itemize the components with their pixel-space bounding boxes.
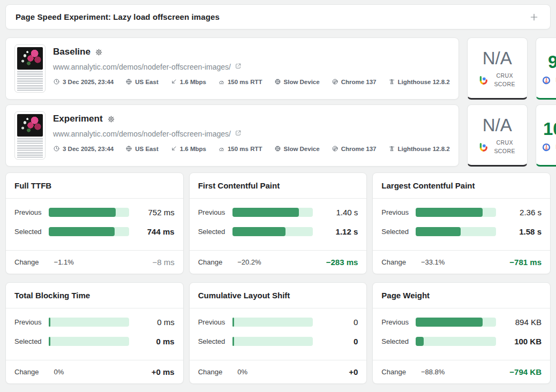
previous-row: Previous 0 bbox=[198, 318, 358, 327]
rtt-icon bbox=[218, 145, 225, 152]
run-settings-button[interactable] bbox=[95, 48, 103, 56]
run-settings-button[interactable] bbox=[107, 115, 115, 123]
previous-row: Previous 0 ms bbox=[14, 318, 175, 327]
selected-value: 744 ms bbox=[147, 227, 175, 236]
crux-logo-icon bbox=[478, 142, 489, 153]
bandwidth-icon bbox=[170, 145, 177, 152]
meta-browser: Chrome 137 bbox=[332, 78, 377, 85]
previous-bar bbox=[416, 318, 496, 327]
external-link-icon[interactable] bbox=[235, 129, 242, 139]
run-url-link[interactable]: www.annalytic.com/demos/nodefer-offscree… bbox=[53, 63, 231, 71]
clock-icon bbox=[53, 145, 60, 152]
change-percent: −33.1% bbox=[421, 258, 445, 266]
lab-score-card: 98% LAB SCORE bbox=[536, 37, 556, 100]
selected-bar bbox=[49, 227, 129, 236]
thumbnail-text-lines bbox=[17, 85, 43, 91]
run-card-experiment: Experiment www.annalytic.com/demos/nodef… bbox=[5, 104, 459, 167]
meta-date: 3 Dec 2025, 23:44 bbox=[53, 78, 114, 85]
previous-bar-fill bbox=[232, 318, 234, 327]
previous-bar-fill bbox=[49, 208, 116, 217]
metric-card-first-contentful-paint: First Contentful Paint Previous 1.40 s S… bbox=[189, 172, 367, 274]
change-percent: −88.8% bbox=[421, 368, 445, 376]
selected-bar bbox=[232, 227, 313, 236]
meta-device: Slow Device bbox=[274, 78, 320, 85]
previous-bar bbox=[416, 208, 496, 217]
run-info: Experiment www.annalytic.com/demos/nodef… bbox=[53, 111, 450, 160]
crux-score-card: N/A CRUX SCORE bbox=[467, 37, 528, 100]
meta-bandwidth: 1.6 Mbps bbox=[170, 145, 206, 152]
change-delta: −283 ms bbox=[326, 258, 358, 267]
selected-bar-fill bbox=[49, 337, 50, 346]
previous-row: Previous 1.40 s bbox=[198, 208, 358, 217]
selected-bar bbox=[232, 337, 313, 346]
change-percent: −1.1% bbox=[54, 258, 74, 266]
metric-title: First Contentful Paint bbox=[198, 181, 280, 190]
device-icon bbox=[274, 78, 281, 85]
meta-lighthouse: Lighthouse 12.8.2 bbox=[388, 78, 450, 85]
metric-title: Largest Contentful Paint bbox=[381, 181, 475, 190]
meta-device: Slow Device bbox=[274, 145, 320, 152]
clock-icon bbox=[53, 78, 60, 85]
selected-bar bbox=[416, 227, 496, 236]
run-title: Experiment bbox=[53, 114, 103, 124]
previous-value: 1.40 s bbox=[336, 208, 358, 217]
run-row-baseline: Baseline www.annalytic.com/demos/nodefer… bbox=[5, 37, 551, 99]
lab-logo-icon bbox=[542, 76, 551, 85]
metric-card-cumulative-layout-shift: Cumulative Layout Shift Previous 0 Selec… bbox=[189, 282, 367, 384]
selected-bar-fill bbox=[232, 227, 285, 236]
metric-title: Full TTFB bbox=[14, 181, 51, 190]
run-meta-row: 3 Dec 2025, 23:44 US East 1.6 Mbps 150 m… bbox=[53, 145, 450, 152]
globe-icon bbox=[125, 145, 132, 152]
previous-value: 0 bbox=[354, 318, 358, 327]
crux-score-card: N/A CRUX SCORE bbox=[467, 104, 528, 167]
change-row: Change 0% +0 bbox=[190, 360, 367, 383]
previous-row: Previous 2.36 s bbox=[381, 208, 542, 217]
settings-icon bbox=[95, 48, 103, 56]
metric-card-largest-contentful-paint: Largest Contentful Paint Previous 2.36 s… bbox=[372, 172, 551, 274]
lighthouse-icon bbox=[388, 145, 395, 152]
change-row: Change −1.1% −8 ms bbox=[6, 250, 183, 274]
previous-value: 0 ms bbox=[157, 318, 175, 327]
change-delta: −794 KB bbox=[509, 367, 542, 376]
metric-title: Cumulative Layout Shift bbox=[198, 291, 290, 300]
page-thumbnail[interactable] bbox=[14, 44, 46, 93]
meta-region: US East bbox=[125, 145, 158, 152]
change-delta: +0 ms bbox=[152, 367, 175, 376]
page-title: Page Speed Experiment: Lazy load offscre… bbox=[16, 12, 220, 21]
run-url-link[interactable]: www.annalytic.com/demos/nodefer-offscree… bbox=[53, 130, 231, 138]
change-row: Change −20.2% −283 ms bbox=[190, 250, 367, 274]
change-percent: −20.2% bbox=[237, 258, 261, 266]
device-icon bbox=[274, 145, 281, 152]
metrics-grid: Full TTFB Previous 752 ms Selected 744 m… bbox=[5, 172, 551, 384]
previous-row: Previous 894 KB bbox=[381, 318, 542, 327]
meta-bandwidth: 1.6 Mbps bbox=[170, 78, 206, 85]
change-row: Change 0% +0 ms bbox=[6, 360, 183, 383]
previous-bar-fill bbox=[416, 318, 483, 327]
run-title: Baseline bbox=[53, 47, 91, 57]
chrome-icon bbox=[332, 78, 339, 85]
selected-value: 1.12 s bbox=[336, 227, 358, 236]
metric-title: Page Weight bbox=[381, 291, 430, 300]
thumbnail-text-lines bbox=[17, 152, 43, 157]
add-icon bbox=[529, 12, 539, 22]
external-link-icon[interactable] bbox=[235, 62, 242, 72]
crux-logo-icon bbox=[478, 75, 489, 86]
previous-bar-fill bbox=[49, 318, 50, 327]
selected-bar-fill bbox=[416, 227, 461, 236]
lighthouse-icon bbox=[388, 78, 395, 85]
thumbnail-text-lines bbox=[17, 71, 43, 77]
crux-score-value: N/A bbox=[483, 49, 512, 67]
previous-bar bbox=[232, 318, 313, 327]
selected-row: Selected 1.12 s bbox=[198, 227, 358, 236]
change-delta: −8 ms bbox=[152, 258, 174, 267]
thumbnail-text-lines bbox=[17, 145, 43, 150]
selected-value: 1.58 s bbox=[519, 227, 542, 236]
add-experiment-button[interactable] bbox=[528, 11, 540, 24]
page-thumbnail[interactable] bbox=[14, 111, 46, 160]
previous-bar bbox=[49, 318, 129, 327]
selected-bar bbox=[416, 337, 496, 346]
globe-icon bbox=[125, 78, 132, 85]
selected-value: 100 KB bbox=[514, 337, 542, 346]
settings-icon bbox=[107, 115, 115, 123]
previous-value: 2.36 s bbox=[520, 208, 542, 217]
